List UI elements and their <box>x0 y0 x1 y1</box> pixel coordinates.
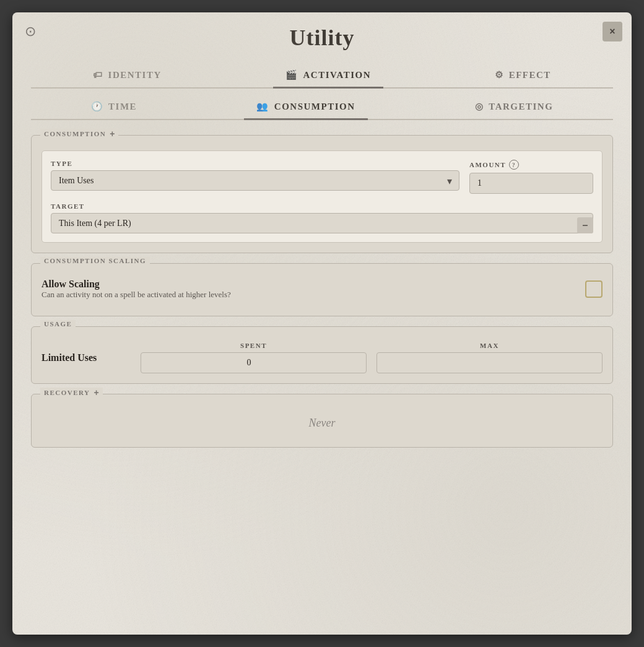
tab-effect-label: EFFECT <box>509 70 551 80</box>
tab-effect[interactable]: ⚙ EFFECT <box>482 63 564 89</box>
type-select[interactable]: Item Uses Attribute Hit Dice Spell Slots <box>51 170 459 191</box>
scaling-title: Allow Scaling <box>41 279 231 290</box>
target-select-wrapper: This Item (4 per LR) Another Item None <box>51 213 593 233</box>
type-label: TYPE <box>51 160 459 167</box>
settings-icon: ⊙ <box>25 24 36 40</box>
tab-targeting-label: TARGETING <box>489 102 553 112</box>
type-select-wrapper: Item Uses Attribute Hit Dice Spell Slots <box>51 170 459 191</box>
recovery-add-button[interactable]: + <box>94 388 99 397</box>
tab-targeting[interactable]: ◎ TARGETING <box>463 95 566 120</box>
tab-activation[interactable]: 🎬 ACTIVATION <box>273 63 383 89</box>
consumption-section: CONSUMPTION + TYPE Item Uses Attribute H… <box>31 135 613 253</box>
targeting-icon: ◎ <box>475 101 484 112</box>
scaling-section-label: CONSUMPTION SCALING <box>40 257 150 264</box>
scaling-description: Can an activity not on a spell be activa… <box>41 290 231 300</box>
never-text: Never <box>41 409 603 437</box>
type-field: TYPE Item Uses Attribute Hit Dice Spell … <box>51 160 459 194</box>
max-input[interactable] <box>376 352 603 373</box>
scaling-row: Allow Scaling Can an activity not on a s… <box>41 279 603 300</box>
consumption-card: TYPE Item Uses Attribute Hit Dice Spell … <box>41 150 603 243</box>
target-label: TARGET <box>51 202 593 210</box>
consumption-add-button[interactable]: + <box>110 129 115 139</box>
max-label: MAX <box>480 342 499 349</box>
tab-time-label: TIME <box>108 102 137 112</box>
spent-field: SPENT <box>141 342 367 373</box>
tab-time[interactable]: 🕐 TIME <box>79 95 150 120</box>
target-select[interactable]: This Item (4 per LR) Another Item None <box>51 213 593 233</box>
amount-input[interactable] <box>469 173 593 194</box>
tab-identity[interactable]: 🏷 IDENTITY <box>80 63 174 89</box>
time-icon: 🕐 <box>91 101 104 112</box>
secondary-tabs: 🕐 TIME 👥 CONSUMPTION ◎ TARGETING <box>31 95 613 120</box>
activation-icon: 🎬 <box>285 69 298 80</box>
tab-consumption-label: CONSUMPTION <box>274 102 355 112</box>
scaling-section: CONSUMPTION SCALING Allow Scaling Can an… <box>31 263 613 316</box>
consumption-section-label: CONSUMPTION + <box>40 129 118 139</box>
usage-content: Limited Uses SPENT MAX <box>41 342 603 373</box>
tag-icon: 🏷 <box>93 70 103 80</box>
amount-label: AMOUNT ? <box>469 160 593 170</box>
spent-label: SPENT <box>240 342 267 349</box>
tab-consumption[interactable]: 👥 CONSUMPTION <box>244 95 367 120</box>
consumption-icon: 👥 <box>256 101 269 112</box>
amount-help-icon[interactable]: ? <box>509 160 519 170</box>
tab-activation-label: ACTIVATION <box>303 70 371 80</box>
max-field: MAX <box>376 342 603 373</box>
usage-section: USAGE Limited Uses SPENT MAX <box>31 326 613 384</box>
target-field: TARGET This Item (4 per LR) Another Item… <box>51 202 593 233</box>
gear-icon: ⚙ <box>495 69 504 80</box>
usage-type-label: Limited Uses <box>41 352 128 363</box>
spent-input[interactable] <box>141 352 367 373</box>
primary-tabs: 🏷 IDENTITY 🎬 ACTIVATION ⚙ EFFECT <box>31 63 613 89</box>
scaling-content: Allow Scaling Can an activity not on a s… <box>41 279 603 300</box>
usage-section-label: USAGE <box>40 320 76 328</box>
recovery-content: Never <box>41 409 603 437</box>
recovery-section: RECOVERY + Never <box>31 394 613 448</box>
tab-identity-label: IDENTITY <box>108 70 162 80</box>
type-amount-row: TYPE Item Uses Attribute Hit Dice Spell … <box>51 160 593 194</box>
modal-title: Utility <box>31 25 613 51</box>
consumption-remove-button[interactable]: – <box>577 217 593 233</box>
recovery-section-label: RECOVERY + <box>40 388 103 397</box>
modal-container: × ⊙ Utility 🏷 IDENTITY 🎬 ACTIVATION ⚙ EF… <box>12 12 632 635</box>
allow-scaling-checkbox[interactable] <box>585 280 603 298</box>
amount-field: AMOUNT ? <box>469 160 593 194</box>
scaling-text: Allow Scaling Can an activity not on a s… <box>41 279 231 300</box>
usage-fields: SPENT MAX <box>141 342 603 373</box>
close-button[interactable]: × <box>603 22 622 41</box>
